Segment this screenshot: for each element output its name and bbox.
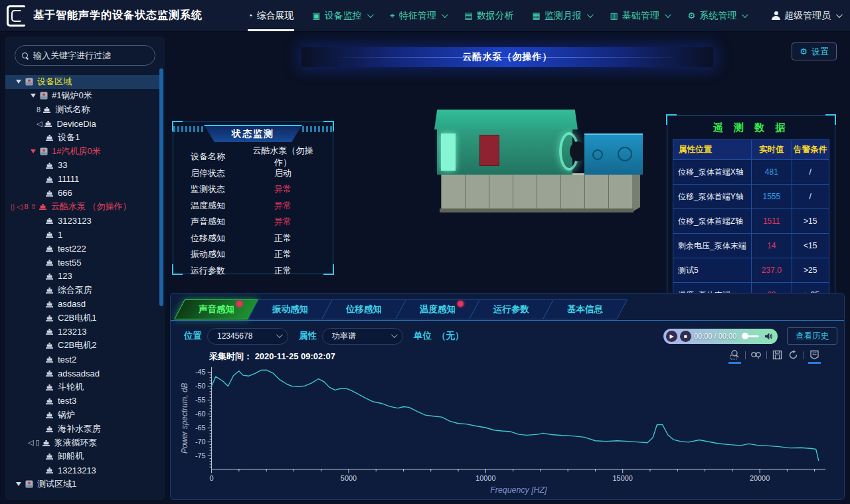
zoom-reset-icon[interactable] [750,349,762,361]
power-spectrum-chart[interactable]: 05000100001500020000-45-50-55-60-65-70-7… [179,363,837,495]
tree-node-C2B电机1[interactable]: C2B电机1 [5,311,159,325]
expand-arrow-icon[interactable] [16,482,21,486]
tree-node-3123123[interactable]: 3123123 [5,214,159,228]
expand-arrow-icon[interactable] [16,80,21,84]
play-button[interactable]: ▶ [666,331,677,342]
nav-item-监测月报[interactable]: ▦监测月报 [532,0,591,31]
tree-node-设备1[interactable]: 设备1 [5,131,159,145]
stop-button[interactable]: ■ [680,331,691,342]
toolbar-separator [804,351,804,359]
table-row: 位移_泵体首端Y轴1555/ [673,185,829,209]
tree-node-1#汽机房0米[interactable]: 1#汽机房0米 [5,144,159,158]
device-icon [45,300,54,308]
pump-3d-model[interactable] [429,100,648,216]
status-row: 运行参数正常 [191,263,317,280]
tree-node-666[interactable]: 666 [5,186,159,200]
nav-item-设备监控[interactable]: ▣设备监控 [312,0,371,31]
device-tree-sidebar: 设备区域#1锅炉0米8测试名称◁DeviceDia设备11#汽机房0米33111… [5,37,165,500]
spectrum-line-chart[interactable]: 05000100001500020000-45-50-55-60-65-70-7… [179,363,837,495]
tree-node-C2B电机2[interactable]: C2B电机2 [5,339,159,353]
data-view-icon[interactable] [809,349,820,361]
tree-node-test2[interactable]: test2 [5,353,159,367]
tree-node-1[interactable]: 1 [5,228,159,242]
player-slider[interactable] [742,335,759,337]
tab-振动感知[interactable]: 振动感知 [248,299,333,319]
tree-node-adssadsad[interactable]: adssadsad [5,367,159,380]
status-label: 振动感知 [191,248,249,260]
device-icon [45,286,54,294]
tree-scrollbar-thumb[interactable] [159,68,163,306]
device-icon [45,133,54,141]
tab-基本信息[interactable]: 基本信息 [543,299,628,319]
device-icon [45,175,54,183]
chevron-down-icon [836,11,843,18]
tree-node-label: 666 [58,188,72,198]
chevron-down-icon [391,331,398,338]
zoom-select-icon[interactable] [729,349,740,361]
settings-button[interactable]: ⚙ 设置 [792,42,837,60]
tab-声音感知[interactable]: 声音感知 [174,299,259,319]
nav-item-特征管理[interactable]: ⌖特征管理 [390,0,446,31]
device-icon [39,203,47,210]
tree-node-label: 3123123 [58,216,92,226]
tree-node-label: 卸船机 [58,450,84,462]
svg-text:-45: -45 [195,368,206,376]
status-label: 设备名称 [191,151,249,163]
tree-node-123[interactable]: 123 [5,269,159,283]
vibration-icon: ⇧ [31,203,37,210]
player-slider-knob[interactable] [742,333,748,339]
main-nav: ◔综合展现▣设备监控⌖特征管理▤数据分析▦监测月报▥基础管理⚙系统管理 [229,0,765,31]
tree-node-label: 1 [58,230,62,240]
nav-item-基础管理[interactable]: ▥基础管理 [610,0,669,31]
position-label: 位置 [184,330,202,342]
nav-item-数据分析[interactable]: ▤数据分析 [464,0,513,31]
device-icon [45,411,54,419]
temperature-icon: 8 [25,203,29,210]
tree-node-13213213[interactable]: 13213213 [5,463,159,477]
save-image-icon[interactable] [772,349,783,361]
expand-arrow-icon[interactable] [31,149,36,153]
status-row: 启停状态启动 [191,165,317,182]
tree-node-asdasd[interactable]: asdasd [5,297,159,311]
tree-node-海补水泵房[interactable]: 海补水泵房 [5,422,159,436]
telemetry-value: 1511 [752,209,792,234]
tab-运行参数[interactable]: 运行参数 [469,299,554,319]
tree-node-123213[interactable]: 123213 [5,325,159,339]
capture-time-label: 采集时间： [209,351,252,361]
dashboard-icon: ◔ [248,11,253,21]
nav-item-综合展现[interactable]: ◔综合展现 [248,0,294,31]
nav-item-系统管理[interactable]: ⚙系统管理 [688,0,747,31]
tree-node-#1锅炉0米[interactable]: #1锅炉0米 [5,89,159,103]
volume-icon[interactable] [764,332,773,341]
tab-位移感知[interactable]: 位移感知 [321,299,406,319]
tree-node-33[interactable]: 33 [5,158,159,172]
tree-node-test222[interactable]: test222 [5,242,159,256]
tree-node-label: 123 [58,271,72,281]
tree-node-测试名称[interactable]: 8测试名称 [5,103,159,117]
tree-node-浆液循环泵[interactable]: ◁▯浆液循环泵 [5,436,159,450]
tree-node-设备区域[interactable]: 设备区域 [5,75,159,89]
tree-node-DeviceDia[interactable]: ◁DeviceDia [5,117,159,131]
tree-node-test3[interactable]: test3 [5,394,159,408]
attribute-select[interactable]: 功率谱 [322,328,403,345]
tree-node-test55[interactable]: test55 [5,256,159,270]
tree-node-测试区域1[interactable]: 测试区域1 [5,477,159,491]
tree-node-卸船机[interactable]: 卸船机 [5,450,159,463]
status-label: 启停状态 [191,167,249,179]
view-history-button[interactable]: 查看历史 [787,327,837,345]
tree-node-label: C2B电机2 [58,339,97,351]
server-icon: ▥ [610,11,618,21]
refresh-icon[interactable] [788,349,799,361]
tab-温度感知[interactable]: 温度感知 [395,299,480,319]
hatch-decoration [302,126,333,132]
displacement-icon: ▯ [35,439,39,446]
tree-node-斗轮机[interactable]: 斗轮机 [5,380,159,394]
position-select[interactable]: 12345678 [207,328,288,345]
search-input[interactable] [33,50,148,60]
tree-node-锅炉[interactable]: 锅炉 [5,408,159,422]
expand-arrow-icon[interactable] [31,94,36,98]
tree-node-11111[interactable]: 11111 [5,172,159,186]
user-menu[interactable]: 超级管理员 [772,10,841,22]
tree-node-云酷水泵 （勿操作）[interactable]: ▯◁8⇧云酷水泵 （勿操作） [5,200,159,214]
tree-node-综合泵房[interactable]: 综合泵房 [5,283,159,297]
